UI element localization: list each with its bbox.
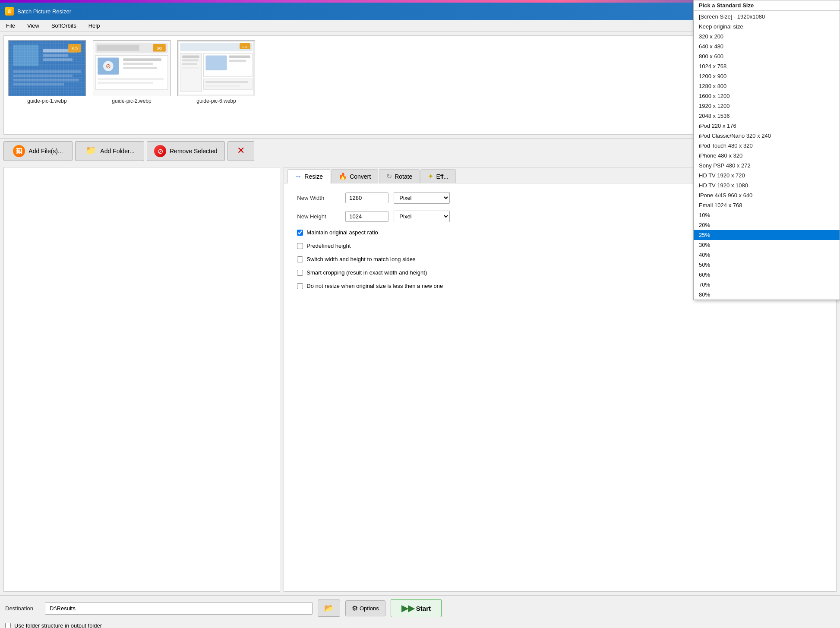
start-label: Start xyxy=(416,605,431,612)
gear-icon: ⚙ xyxy=(352,604,358,612)
remove-selected-button[interactable]: ⊘ Remove Selected xyxy=(147,141,225,161)
size-dropdown-item[interactable]: 70% xyxy=(694,280,840,290)
tab-convert[interactable]: 🔥 Convert xyxy=(331,169,378,183)
size-dropdown-item[interactable]: Keep original size xyxy=(694,22,840,32)
size-dropdown-item[interactable]: 2048 x 1536 xyxy=(694,111,840,121)
size-dropdown-item[interactable]: 640 x 480 xyxy=(694,41,840,51)
smart-crop-checkbox[interactable] xyxy=(297,270,303,276)
bottom-bar: Destination 📂 ⚙ Options ▶▶ Start xyxy=(0,595,840,621)
no-resize-checkbox[interactable] xyxy=(297,283,303,289)
size-dropdown-item[interactable]: 25% xyxy=(694,230,840,240)
width-unit-select[interactable]: Pixel Percent Inch cm xyxy=(394,192,450,204)
add-folder-button[interactable]: 📁 Add Folder... xyxy=(75,141,144,161)
tab-rotate[interactable]: ↻ Rotate xyxy=(379,169,420,183)
folder-structure-checkbox[interactable] xyxy=(5,623,11,628)
size-dropdown-item[interactable]: iPod Classic/Nano 320 x 240 xyxy=(694,131,840,141)
svg-rect-6 xyxy=(13,70,81,73)
svg-rect-4 xyxy=(43,54,68,57)
svg-rect-36 xyxy=(229,55,250,58)
size-dropdown-item[interactable]: 50% xyxy=(694,260,840,270)
svg-rect-2 xyxy=(13,45,38,66)
svg-rect-14 xyxy=(97,45,139,51)
size-dropdown-item[interactable]: 1920 x 1200 xyxy=(694,101,840,111)
browse-destination-button[interactable]: 📂 xyxy=(318,600,340,617)
height-unit-select[interactable]: Pixel Percent Inch cm xyxy=(394,211,450,222)
width-input[interactable] xyxy=(345,193,388,203)
svg-text:SO: SO xyxy=(242,45,247,49)
size-dropdown-item[interactable]: iPod 220 x 176 xyxy=(694,121,840,131)
options-button[interactable]: ⚙ Options xyxy=(345,600,385,616)
size-dropdown-item[interactable]: [Screen Size] - 1920x1080 xyxy=(694,12,840,22)
size-dropdown-item[interactable]: 1600 x 1200 xyxy=(694,91,840,101)
svg-rect-32 xyxy=(182,63,197,65)
svg-rect-30 xyxy=(182,55,199,58)
size-dropdown-item[interactable]: iPone 4/4S 960 x 640 xyxy=(694,190,840,200)
size-dropdown-item[interactable]: 800 x 600 xyxy=(694,51,840,61)
tab-convert-label: Convert xyxy=(350,173,371,180)
menu-help[interactable]: Help xyxy=(86,22,103,30)
size-dropdown-item[interactable]: 320 x 200 xyxy=(694,32,840,41)
add-folder-label: Add Folder... xyxy=(100,148,134,155)
thumbnail-item-2[interactable]: ⊘ SO guide-pic-2.webp xyxy=(93,40,171,104)
app-title: Batch Picture Resizer xyxy=(17,8,71,15)
menu-view[interactable]: View xyxy=(25,22,42,30)
aspect-ratio-checkbox[interactable] xyxy=(297,230,303,236)
size-dropdown: Pick a Standard Size[Screen Size] - 1920… xyxy=(693,0,840,300)
tab-resize[interactable]: ↔ Resize xyxy=(287,169,330,183)
tab-effects-label: Eff... xyxy=(436,173,448,180)
svg-text:SO: SO xyxy=(72,46,78,51)
tab-rotate-label: Rotate xyxy=(395,173,412,180)
svg-rect-10 xyxy=(68,44,81,53)
thumbnail-item-1[interactable]: SO guide-pic-1.webp xyxy=(8,40,86,104)
app-icon: 🖼 xyxy=(5,7,14,16)
predefined-height-label: Predefined height xyxy=(306,243,351,249)
destination-input[interactable] xyxy=(45,602,313,615)
size-dropdown-item[interactable]: iPhone 480 x 320 xyxy=(694,151,840,161)
predefined-height-checkbox[interactable] xyxy=(297,243,303,249)
size-dropdown-item[interactable]: HD TV 1920 x 720 xyxy=(694,170,840,180)
size-dropdown-item[interactable]: 1280 x 800 xyxy=(694,81,840,91)
switch-dimensions-checkbox[interactable] xyxy=(297,256,303,262)
start-button[interactable]: ▶▶ Start xyxy=(391,599,442,617)
menu-softorbits[interactable]: SoftOrbits xyxy=(49,22,79,30)
add-files-icon: 🖼 xyxy=(13,145,25,157)
destination-label: Destination xyxy=(5,605,40,612)
svg-rect-0 xyxy=(9,41,85,96)
remove-icon: ⊘ xyxy=(154,145,166,157)
size-dropdown-item[interactable]: 80% xyxy=(694,290,840,300)
svg-rect-21 xyxy=(123,67,157,69)
add-files-button[interactable]: 🖼 Add File(s)... xyxy=(3,141,73,161)
size-dropdown-item[interactable]: HD TV 1920 x 1080 xyxy=(694,180,840,190)
size-dropdown-item[interactable]: 20% xyxy=(694,220,840,230)
thumbnail-label-3: guide-pic-6.webp xyxy=(196,98,236,104)
svg-rect-40 xyxy=(205,85,240,87)
convert-tab-icon: 🔥 xyxy=(338,172,347,180)
svg-rect-35 xyxy=(205,55,227,70)
svg-rect-8 xyxy=(13,79,79,82)
thumbnail-image-1: SO xyxy=(8,40,86,96)
rotate-tab-icon: ↻ xyxy=(386,172,392,180)
tab-effects[interactable]: ✦ Eff... xyxy=(420,169,456,183)
clear-all-button[interactable]: ✕ xyxy=(227,141,254,161)
folder-structure-row: Use folder structure in output folder xyxy=(0,621,840,628)
svg-rect-22 xyxy=(98,78,164,80)
size-dropdown-item[interactable]: 1024 x 768 xyxy=(694,61,840,71)
svg-rect-37 xyxy=(229,60,246,62)
size-dropdown-item[interactable]: 1200 x 900 xyxy=(694,71,840,81)
size-dropdown-item[interactable]: 10% xyxy=(694,210,840,220)
size-dropdown-item[interactable]: 60% xyxy=(694,270,840,280)
svg-rect-38 xyxy=(203,79,252,90)
thumbnail-image-3: SO xyxy=(177,40,255,96)
thumbnail-item-3[interactable]: SO guide-pic-6.webp xyxy=(177,40,255,104)
effects-tab-icon: ✦ xyxy=(428,172,433,180)
size-dropdown-item[interactable]: 40% xyxy=(694,250,840,260)
height-input[interactable] xyxy=(345,211,388,222)
size-dropdown-item[interactable]: iPod Touch 480 x 320 xyxy=(694,141,840,151)
size-dropdown-item[interactable]: 30% xyxy=(694,240,840,250)
svg-rect-19 xyxy=(123,58,161,61)
browse-icon: 📂 xyxy=(324,603,334,613)
size-dropdown-item[interactable]: Sony PSP 480 x 272 xyxy=(694,161,840,170)
size-dropdown-item[interactable]: Email 1024 x 768 xyxy=(694,200,840,210)
menu-file[interactable]: File xyxy=(3,22,18,30)
no-resize-label: Do not resize when original size is less… xyxy=(306,283,443,289)
